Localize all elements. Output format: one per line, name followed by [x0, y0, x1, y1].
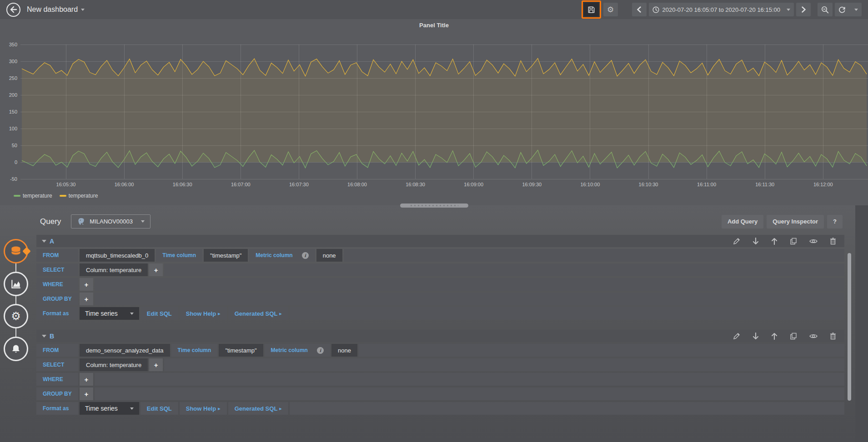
query-block-a: AFROMmqttsub_timescaledb_0Time column"ti…	[36, 235, 844, 320]
move-up-query-button[interactable]	[771, 333, 778, 340]
edit-sql-link[interactable]: Edit SQL	[140, 402, 178, 415]
datasource-picker[interactable]: MILANOV00003	[71, 214, 151, 228]
show-help-link[interactable]: Show Help▸	[180, 307, 227, 320]
svg-text:200: 200	[9, 92, 17, 98]
refresh-icon	[838, 6, 846, 13]
delete-icon	[830, 238, 836, 245]
svg-text:300: 300	[9, 59, 17, 64]
refresh-interval-dropdown-icon[interactable]	[854, 9, 858, 11]
toggle-visibility-icon	[809, 333, 818, 339]
edit-query-button[interactable]	[733, 333, 740, 340]
query-part-keyword[interactable]: Metric columni	[249, 249, 315, 262]
dashboard-settings-button[interactable]: ⚙	[603, 3, 618, 16]
panel-resize-handle[interactable]	[400, 204, 468, 208]
svg-text:16:06:30: 16:06:30	[173, 182, 192, 187]
query-part-value[interactable]: mqttsub_timescaledb_0	[80, 249, 155, 262]
move-down-query-button[interactable]	[753, 333, 759, 340]
move-down-query-button[interactable]	[753, 238, 759, 245]
sql-keyword-label: GROUP BY	[36, 293, 78, 305]
query-part-keyword[interactable]: Metric columni	[265, 344, 330, 357]
dashboard-title[interactable]: New dashboard	[27, 5, 78, 14]
add-part-button[interactable]: +	[80, 278, 93, 291]
collapse-caret-icon[interactable]	[42, 240, 46, 243]
chevron-down-icon[interactable]	[81, 9, 85, 11]
link-label: Show Help	[186, 310, 216, 317]
refresh-button[interactable]	[835, 3, 862, 16]
svg-text:16:12:00: 16:12:00	[813, 182, 833, 187]
edit-query-button[interactable]	[733, 238, 740, 245]
query-row-header[interactable]: B	[36, 330, 844, 342]
time-range-picker[interactable]: 2020-07-20 16:05:07 to 2020-07-20 16:15:…	[649, 3, 794, 16]
back-button[interactable]	[6, 3, 20, 17]
info-icon[interactable]: i	[317, 347, 324, 354]
query-part-row-where: WHERE+	[36, 278, 844, 291]
query-part-value[interactable]: Column: temperature	[80, 358, 148, 371]
tab-queries[interactable]	[4, 239, 28, 263]
time-shift-forward-button[interactable]	[796, 3, 811, 16]
info-icon[interactable]: i	[302, 252, 309, 259]
add-part-button[interactable]: +	[80, 293, 93, 305]
query-ref-letter: B	[50, 333, 54, 340]
query-header: Query MILANOV00003 Add Query Query Inspe…	[40, 214, 844, 228]
row-filler	[95, 278, 844, 291]
query-row-header[interactable]: A	[36, 235, 844, 247]
query-part-value[interactable]: none	[331, 344, 357, 357]
help-button[interactable]: ?	[827, 215, 843, 228]
expand-arrow-icon: ▸	[279, 406, 282, 412]
delete-query-button[interactable]	[830, 238, 836, 245]
format-as-select[interactable]: Time series	[80, 307, 139, 320]
query-part-value[interactable]: demo_sensor_analyzed_data	[80, 344, 170, 357]
row-filler	[95, 373, 844, 386]
query-part-row-group-by: GROUP BY+	[36, 293, 844, 305]
query-part-row-format-as: Format asTime seriesEdit SQLShow Help▸Ge…	[36, 307, 844, 320]
query-part-keyword[interactable]: Time column	[171, 344, 218, 357]
panel-title[interactable]: Panel Title	[0, 22, 868, 29]
edit-sql-link[interactable]: Edit SQL	[140, 307, 178, 320]
tab-general[interactable]: ⚙	[4, 304, 28, 328]
tab-visualization[interactable]	[4, 272, 28, 296]
generated-sql-link[interactable]: Generated SQL▸	[228, 402, 288, 415]
sql-keyword-label: FROM	[36, 249, 78, 262]
row-filler	[95, 293, 844, 305]
scrollbar-thumb[interactable]	[848, 253, 851, 401]
plus-icon: +	[85, 376, 89, 383]
delete-query-button[interactable]	[830, 333, 836, 340]
plus-icon: +	[85, 295, 89, 303]
svg-text:16:10:30: 16:10:30	[639, 182, 658, 187]
save-dashboard-button[interactable]	[584, 3, 599, 16]
generated-sql-link[interactable]: Generated SQL▸	[228, 307, 288, 320]
add-part-button[interactable]: +	[80, 373, 93, 386]
duplicate-query-button[interactable]	[790, 238, 797, 245]
add-part-button[interactable]: +	[149, 358, 163, 371]
plus-icon: +	[154, 266, 158, 274]
duplicate-query-button[interactable]	[790, 333, 797, 340]
query-ref-letter: A	[50, 238, 54, 245]
legend-item[interactable]: temperature	[14, 193, 52, 199]
zoom-out-time-button[interactable]	[818, 3, 833, 16]
move-up-query-button[interactable]	[771, 238, 778, 245]
query-part-row-format-as: Format asTime seriesEdit SQLShow Help▸Ge…	[36, 402, 844, 415]
format-as-select[interactable]: Time series	[80, 402, 139, 415]
time-shift-back-button[interactable]	[632, 3, 647, 16]
legend-item[interactable]: temperature	[60, 193, 98, 199]
add-part-button[interactable]: +	[149, 263, 163, 276]
query-part-keyword[interactable]: Time column	[156, 249, 202, 262]
query-part-value[interactable]: "timestamp"	[219, 344, 263, 357]
add-part-button[interactable]: +	[80, 387, 93, 400]
query-inspector-button[interactable]: Query Inspector	[767, 215, 824, 228]
format-as-value: Time series	[85, 405, 118, 412]
toggle-visibility-query-button[interactable]	[809, 333, 818, 339]
query-part-value[interactable]: none	[316, 249, 342, 262]
collapse-caret-icon[interactable]	[42, 335, 46, 338]
chevron-down-icon	[130, 407, 134, 410]
query-part-value[interactable]: "timestamp"	[204, 249, 248, 262]
query-part-value[interactable]: Column: temperature	[80, 263, 148, 276]
show-help-link[interactable]: Show Help▸	[180, 402, 227, 415]
tab-alert[interactable]	[4, 337, 28, 361]
back-arrow-icon	[10, 6, 17, 13]
query-part-keyword-label: Metric column	[271, 347, 308, 353]
add-query-button[interactable]: Add Query	[722, 215, 763, 228]
time-series-chart[interactable]: 350300250200150100500-5016:05:3016:06:00…	[0, 35, 868, 190]
toggle-visibility-query-button[interactable]	[809, 238, 818, 244]
gear-icon: ⚙	[607, 5, 614, 14]
